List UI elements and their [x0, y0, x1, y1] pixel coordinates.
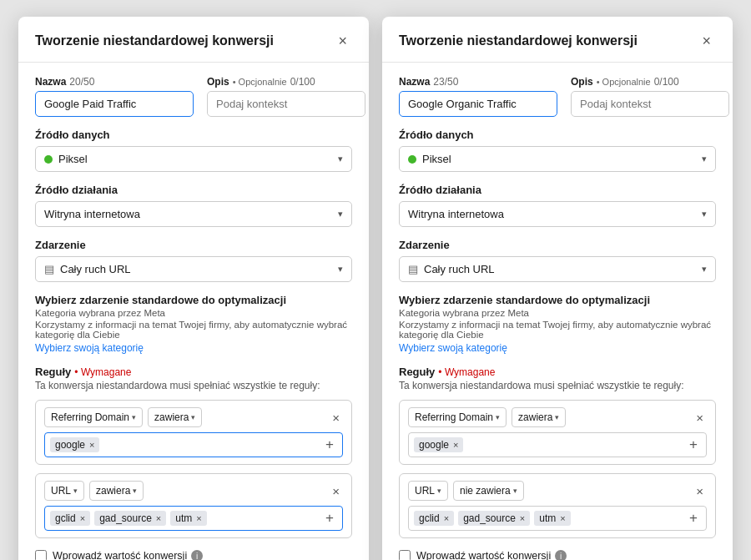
- dialog-2-data-source-select[interactable]: Piksel ▾: [399, 146, 716, 172]
- dialog-1-desc-input[interactable]: [207, 91, 365, 117]
- dialog-1-optimize-section: Wybierz zdarzenie standardowe do optymal…: [35, 294, 352, 354]
- dialog-2-rule-1-add-tag-button[interactable]: +: [686, 436, 701, 453]
- data-source-dot-icon-2: [408, 155, 416, 164]
- dialog-2-header: Tworzenie niestandardowej konwersji ×: [382, 17, 733, 63]
- dialog-1-rules-subtitle: Ta konwersja niestandardowa musi spełnia…: [35, 380, 352, 391]
- dialog-1-action-source-value: Witryna internetowa: [44, 208, 140, 220]
- dialog-1-rule-2-add-tag-button[interactable]: +: [322, 510, 337, 527]
- dialog-2-rule-1-close-button[interactable]: ×: [693, 411, 707, 425]
- dialog-1-data-source-label: Źródło danych: [35, 129, 352, 141]
- dialogs-container: Tworzenie niestandardowej konwersji × Na…: [18, 17, 733, 560]
- dialog-1-info-icon[interactable]: i: [191, 550, 203, 560]
- dialog-2-rule-2-tag-utm: utm ×: [534, 511, 570, 526]
- dialog-2-info-icon[interactable]: i: [555, 550, 567, 560]
- dialog-1-rule-2-box: URL ▾ zawiera ▾ × gclid ×: [35, 473, 352, 538]
- dialog-2-optimize-link[interactable]: Wybierz swoją kategorię: [399, 342, 507, 354]
- dialog-1-rule-1-tag-google-close[interactable]: ×: [89, 440, 94, 450]
- dialog-1-title: Tworzenie niestandardowej konwersji: [35, 33, 274, 48]
- dialog-1-rule-2-tag-gclid-close[interactable]: ×: [80, 513, 85, 523]
- event-calendar-icon-2: ▤: [408, 263, 418, 275]
- dialog-2-desc-label: Opis • Opcjonalnie 0/100: [571, 76, 729, 88]
- d2-rule-2-op-chevron-icon: ▾: [513, 487, 517, 495]
- dialog-1-action-source-select[interactable]: Witryna internetowa ▾: [35, 201, 352, 227]
- dialog-1-rule-2-op-select[interactable]: zawiera ▾: [89, 481, 144, 501]
- dialog-1-close-button[interactable]: ×: [333, 32, 352, 50]
- dialog-1-rule-2-tags-row[interactable]: gclid × gad_source × utm × +: [44, 506, 343, 531]
- dialog-1-data-source-select[interactable]: Piksel ▾: [35, 146, 352, 172]
- dialog-1-rule-1-type-select[interactable]: Referring Domain ▾: [44, 407, 143, 427]
- data-source-chevron-icon-2: ▾: [702, 154, 707, 164]
- dialog-2-rule-2-tag-gclid-close[interactable]: ×: [444, 513, 449, 523]
- dialog-2-rule-1-row: Referring Domain ▾ zawiera ▾ ×: [408, 407, 707, 427]
- dialog-1-name-desc-row: Nazwa 20/50 Opis • Opcjonalnie 0/100: [35, 76, 352, 117]
- dialog-2-rule-2-row: URL ▾ nie zawiera ▾ ×: [408, 481, 707, 501]
- dialog-2-rule-2-op-select[interactable]: nie zawiera ▾: [453, 481, 524, 501]
- dialog-2-name-input[interactable]: [399, 91, 557, 117]
- dialog-1-rule-2-operator: zawiera: [96, 485, 130, 497]
- dialog-1-optimize-meta2: Korzystamy z informacji na temat Twojej …: [35, 320, 352, 340]
- dialog-1-rule-1-box: Referring Domain ▾ zawiera ▾ × google: [35, 400, 352, 465]
- dialog-2-rule-2-add-tag-button[interactable]: +: [686, 510, 701, 527]
- dialog-2-optimize-meta2: Korzystamy z informacji na temat Twojej …: [399, 320, 716, 340]
- dialog-2-rule-2-close-button[interactable]: ×: [693, 484, 707, 498]
- dialog-2-event-label: Zdarzenie: [399, 239, 716, 251]
- dialog-1-rule-1-add-tag-button[interactable]: +: [322, 436, 337, 453]
- dialog-1-rule-1-tags-row[interactable]: google × +: [44, 432, 343, 457]
- d2-rule-1-op-chevron-icon: ▾: [555, 413, 559, 421]
- dialog-2-rule-2-operator: nie zawiera: [460, 485, 511, 497]
- dialog-2-action-source-label: Źródło działania: [399, 184, 716, 196]
- dialog-1-conversion-value-checkbox[interactable]: [35, 550, 47, 560]
- dialog-2-rule-1-type-select[interactable]: Referring Domain ▾: [408, 407, 507, 427]
- dialog-1-rule-2-close-button[interactable]: ×: [329, 484, 343, 498]
- dialog-1-rule-1-tag-google: google ×: [50, 437, 99, 452]
- dialog-2-rule-2-tag-utm-close[interactable]: ×: [560, 513, 565, 523]
- rule-1-op-chevron-icon: ▾: [191, 413, 195, 421]
- dialog-1-desc-label: Opis • Opcjonalnie 0/100: [207, 76, 365, 88]
- dialog-1-rule-1-close-button[interactable]: ×: [329, 411, 343, 425]
- dialog-2-rule-1-tags-row[interactable]: google × +: [408, 432, 707, 457]
- dialog-2-rule-2-tag-gclid: gclid ×: [414, 511, 454, 526]
- dialog-1-rule-2-tag-utm-close[interactable]: ×: [196, 513, 201, 523]
- dialog-1-name-input[interactable]: [35, 91, 194, 117]
- dialog-1-action-source-label: Źródło działania: [35, 184, 352, 196]
- dialog-2-rule-2-tag-gad-close[interactable]: ×: [520, 513, 525, 523]
- rule-1-type-chevron-icon: ▾: [132, 413, 136, 421]
- dialog-1-body: Nazwa 20/50 Opis • Opcjonalnie 0/100 Źró…: [18, 63, 369, 560]
- rule-2-op-chevron-icon: ▾: [133, 487, 137, 495]
- dialog-2: Tworzenie niestandardowej konwersji × Na…: [382, 17, 733, 560]
- dialog-2-title: Tworzenie niestandardowej konwersji: [399, 33, 638, 48]
- dialog-2-rule-2-tags-row[interactable]: gclid × gad_source × utm × +: [408, 506, 707, 531]
- dialog-1-rule-2-tag-gad-close[interactable]: ×: [156, 513, 161, 523]
- dialog-2-rule-1-tag-google: google ×: [414, 437, 463, 452]
- dialog-1-name-count: 20/50: [69, 76, 94, 88]
- dialog-2-optimize-meta1: Kategoria wybrana przez Meta: [399, 308, 716, 318]
- dialog-2-conversion-value-checkbox[interactable]: [399, 550, 411, 560]
- data-source-chevron-icon: ▾: [338, 154, 343, 164]
- dialog-2-rule-1-tag-google-close[interactable]: ×: [453, 440, 458, 450]
- dialog-2-rule-2-tag-gad: gad_source ×: [458, 511, 530, 526]
- dialog-1-event-select[interactable]: ▤ Cały ruch URL ▾: [35, 256, 352, 282]
- dialog-2-desc-optional: • Opcjonalnie: [597, 77, 651, 87]
- dialog-2-data-source-label: Źródło danych: [399, 129, 716, 141]
- dialog-1-optimize-meta1: Kategoria wybrana przez Meta: [35, 308, 352, 318]
- dialog-2-event-select[interactable]: ▤ Cały ruch URL ▾: [399, 256, 716, 282]
- dialog-2-rule-1-op-select[interactable]: zawiera ▾: [512, 407, 566, 427]
- dialog-2-rule-2-type-select[interactable]: URL ▾: [408, 481, 448, 501]
- dialog-1-event-label: Zdarzenie: [35, 239, 352, 251]
- dialog-1-rule-2-type-select[interactable]: URL ▾: [44, 481, 84, 501]
- dialog-2-close-button[interactable]: ×: [697, 32, 716, 50]
- dialog-1-optimize-link[interactable]: Wybierz swoją kategorię: [35, 342, 144, 354]
- dialog-2-name-group: Nazwa 23/50: [399, 76, 557, 117]
- d2-rule-1-type-chevron-icon: ▾: [496, 413, 500, 421]
- dialog-1-rule-2-row: URL ▾ zawiera ▾ ×: [44, 481, 343, 501]
- dialog-2-desc-input[interactable]: [571, 91, 729, 117]
- dialog-2-rules-subtitle: Ta konwersja niestandardowa musi spełnia…: [399, 380, 716, 391]
- dialog-2-action-source-select[interactable]: Witryna internetowa ▾: [399, 201, 716, 227]
- dialog-2-optimize-title: Wybierz zdarzenie standardowe do optymal…: [399, 294, 716, 306]
- dialog-1-rule-2-type: URL: [51, 485, 71, 497]
- dialog-2-rule-2-type: URL: [415, 485, 435, 497]
- event-calendar-icon: ▤: [44, 263, 54, 275]
- dialog-1-rule-1-op-select[interactable]: zawiera ▾: [148, 407, 202, 427]
- dialog-1-optimize-title: Wybierz zdarzenie standardowe do optymal…: [35, 294, 352, 306]
- event-chevron-icon: ▾: [338, 264, 343, 275]
